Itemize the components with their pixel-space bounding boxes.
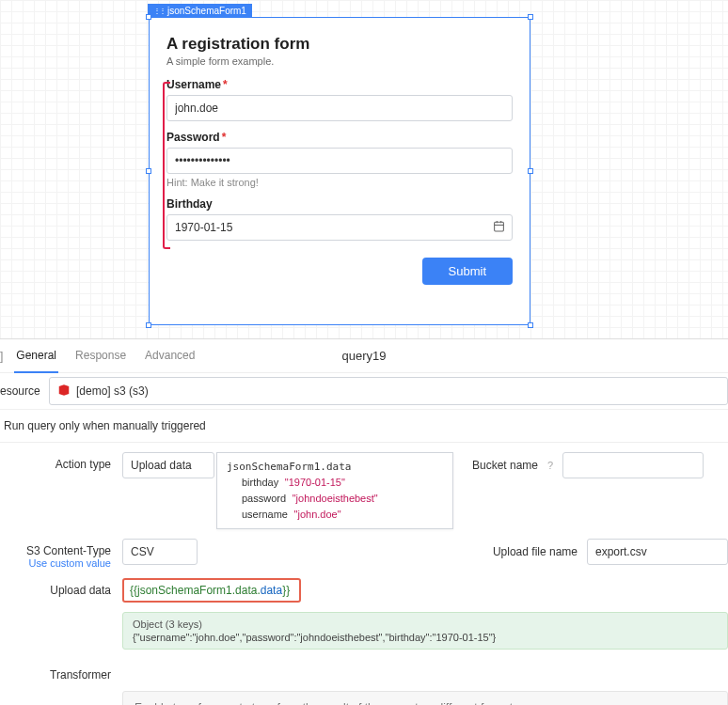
- bucket-name-input[interactable]: [562, 452, 704, 478]
- resize-handle-bottom-left[interactable]: [146, 322, 151, 328]
- tab-advanced[interactable]: Advanced: [143, 339, 197, 372]
- action-type-select[interactable]: [122, 452, 214, 478]
- svg-rect-0: [495, 222, 504, 231]
- object-preview-head: Object (3 keys): [133, 619, 718, 630]
- upload-file-name-label: Upload file name: [493, 545, 578, 558]
- bucket-name-label: Bucket name: [472, 459, 538, 472]
- autocomplete-header: jsonSchemaForm1.data: [217, 459, 452, 475]
- autocomplete-item[interactable]: password "johndoeisthebest": [217, 491, 452, 507]
- panel-left-bracket: ]: [0, 350, 3, 363]
- object-preview: Object (3 keys) {"username":"john.doe","…: [122, 612, 728, 650]
- password-hint: Hint: Make it strong!: [166, 177, 513, 188]
- resize-handle-top-right[interactable]: [528, 14, 533, 20]
- resize-handle-mid-left[interactable]: [146, 168, 151, 174]
- upload-file-name-input[interactable]: [587, 539, 728, 565]
- username-input[interactable]: [166, 95, 513, 121]
- birthday-input[interactable]: [166, 214, 513, 241]
- use-custom-value-link[interactable]: Use custom value: [0, 557, 111, 569]
- help-icon[interactable]: ?: [547, 460, 553, 471]
- trigger-mode-text[interactable]: Run query only when manually triggered: [0, 410, 728, 443]
- panel-tabs: General Response Advanced: [10, 339, 197, 372]
- resource-select[interactable]: [demo] s3 (s3): [49, 377, 728, 405]
- content-type-label: S3 Content-Type Use custom value: [0, 539, 122, 569]
- s3-icon: [57, 384, 71, 400]
- password-label: Password*: [166, 131, 513, 144]
- canvas-background[interactable]: jsonSchemaForm1 A registration form A si…: [0, 0, 728, 338]
- resource-value: [demo] s3 (s3): [76, 384, 149, 398]
- action-type-label: Action type: [0, 452, 122, 471]
- query-name[interactable]: query19: [342, 349, 387, 363]
- resize-handle-bottom-right[interactable]: [528, 322, 533, 328]
- resize-handle-top-left[interactable]: [146, 14, 151, 20]
- form-description: A simple form example.: [166, 55, 513, 67]
- submit-button[interactable]: Submit: [422, 258, 513, 285]
- calendar-icon[interactable]: [493, 220, 505, 235]
- resize-handle-mid-right[interactable]: [528, 168, 533, 174]
- component-selection-tag[interactable]: jsonSchemaForm1: [148, 4, 252, 18]
- object-preview-body: {"username":"john.doe","password":"johnd…: [133, 632, 718, 643]
- query-editor-panel: ] General Response Advanced query19 esou…: [0, 338, 728, 705]
- autocomplete-item[interactable]: birthday "1970-01-15": [217, 475, 452, 491]
- password-input[interactable]: [166, 148, 513, 174]
- username-label: Username*: [166, 78, 513, 91]
- upload-data-label: Upload data: [0, 578, 122, 597]
- autocomplete-popup: jsonSchemaForm1.data birthday "1970-01-1…: [216, 452, 453, 529]
- component-tag-label: jsonSchemaForm1: [167, 6, 246, 16]
- json-schema-form-card[interactable]: A registration form A simple form exampl…: [149, 17, 530, 325]
- tab-general[interactable]: General: [14, 339, 58, 373]
- upload-data-input[interactable]: {{jsonSchemaForm1.data.data}}: [122, 578, 301, 603]
- resource-label: esource: [0, 384, 45, 398]
- form-title: A registration form: [166, 35, 513, 54]
- transformer-placeholder[interactable]: Enable transformers to transform the res…: [122, 691, 728, 705]
- content-type-select[interactable]: [122, 539, 198, 565]
- birthday-label: Birthday: [166, 197, 513, 211]
- tab-response[interactable]: Response: [73, 339, 128, 372]
- autocomplete-item[interactable]: username "john.doe": [217, 507, 452, 523]
- transformer-label: Transformer: [0, 663, 122, 682]
